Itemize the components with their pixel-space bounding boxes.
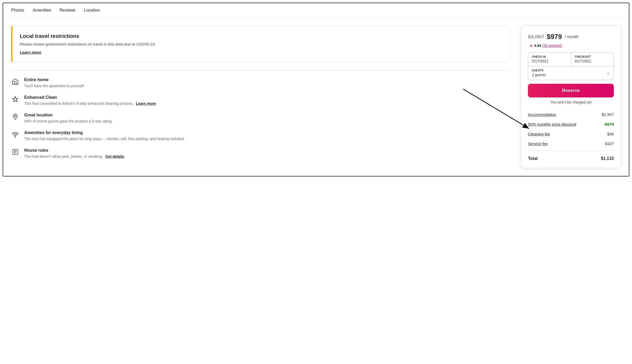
get-details-link[interactable]: Get details [105, 154, 124, 159]
feature-list: Entire home You'll have the apartment to… [11, 77, 510, 159]
feature-house-rules: House rules The host doesn't allow pets,… [11, 148, 510, 159]
feature-entire-home: Entire home You'll have the apartment to… [11, 77, 510, 89]
service-fee-label[interactable]: Service fee [528, 141, 548, 146]
cleaning-fee-amount: $30 [607, 132, 614, 136]
cleaning-line: Cleaning fee $30 [528, 129, 614, 139]
guests-label: GUESTS [532, 69, 546, 72]
nav-photos[interactable]: Photos [11, 8, 24, 13]
price-breakdown: Accommodation $1,957 50% monthly price d… [528, 110, 614, 161]
checkin-cell[interactable]: CHECK-IN 5/17/2021 [528, 53, 571, 66]
reviews-link[interactable]: (28 reviews) [542, 43, 562, 48]
svg-point-0 [14, 115, 16, 117]
right-column: $1,957 $979 / month ★ 4.64 (28 reviews) … [521, 26, 621, 168]
total-label: Total [528, 156, 538, 161]
restriction-title: Local travel restrictions [20, 33, 503, 39]
feature-amenities-title: Amenities for everyday living [24, 130, 185, 135]
date-row: CHECK-IN 5/17/2021 CHECKOUT 6/17/2021 [528, 53, 614, 66]
no-charge-text: You won't be charged yet [528, 100, 614, 104]
total-line: Total $1,115 [528, 153, 614, 161]
discount-amount: -$979 [604, 122, 614, 126]
price-row: $1,957 $979 / month ★ 4.64 (28 reviews) [528, 33, 614, 48]
sparkle-icon [11, 96, 19, 105]
feature-great-location-title: Great location [24, 113, 112, 117]
feature-great-location-text: Great location 93% of recent guests gave… [24, 113, 112, 124]
cleaning-fee-label[interactable]: Cleaning fee [528, 132, 550, 136]
main-content: Local travel restrictions Please review … [3, 18, 629, 176]
enhanced-clean-learn-more[interactable]: Learn more [136, 101, 156, 106]
price-per-month: / month [565, 35, 579, 39]
accommodation-amount: $1,957 [602, 112, 614, 117]
original-price: $1,957 [528, 34, 544, 40]
reserve-button[interactable]: Reserve [528, 84, 614, 97]
nav-reviews[interactable]: Reviews [60, 8, 75, 13]
total-divider [528, 151, 614, 151]
restriction-banner: Local travel restrictions Please review … [11, 26, 510, 62]
service-fee-amount: $107 [605, 141, 614, 146]
guests-row[interactable]: GUESTS 2 guests ⌄ [528, 66, 614, 80]
nav-location[interactable]: Location [84, 8, 100, 13]
feature-great-location: Great location 93% of recent guests gave… [11, 113, 510, 124]
feature-enhanced-clean-title: Enhanced Clean [24, 95, 156, 100]
accommodation-line: Accommodation $1,957 [528, 110, 614, 119]
accommodation-label[interactable]: Accommodation [528, 112, 556, 117]
home-icon [11, 78, 19, 87]
feature-amenities: Amenities for everyday living The host h… [11, 130, 510, 142]
wifi-icon [11, 131, 19, 140]
guest-info: GUESTS 2 guests [532, 69, 546, 77]
discounted-price: $979 [547, 33, 562, 41]
feature-house-rules-title: House rules [24, 148, 124, 153]
location-pin-icon [11, 113, 19, 122]
feature-house-rules-text: House rules The host doesn't allow pets,… [24, 148, 124, 159]
svg-point-1 [15, 137, 16, 137]
checkin-label: CHECK-IN [532, 55, 567, 58]
date-guest-picker: CHECK-IN 5/17/2021 CHECKOUT 6/17/2021 GU… [528, 52, 614, 80]
top-navigation: Photos Amenities Reviews Location [3, 3, 629, 18]
booking-card: $1,957 $979 / month ★ 4.64 (28 reviews) … [521, 26, 621, 168]
rules-icon [11, 149, 19, 157]
nav-amenities[interactable]: Amenities [33, 8, 51, 13]
feature-entire-home-text: Entire home You'll have the apartment to… [24, 77, 85, 89]
checkout-label: CHECKOUT [575, 55, 610, 58]
checkout-value: 6/17/2021 [575, 59, 591, 63]
feature-great-location-desc: 93% of recent guests gave the location a… [24, 119, 112, 124]
section-divider [11, 70, 510, 71]
left-column: Local travel restrictions Please review … [11, 26, 510, 168]
feature-enhanced-clean-desc: This host committed to Airbnb's 5-step e… [24, 101, 156, 106]
feature-enhanced-clean: Enhanced Clean This host committed to Ai… [11, 95, 510, 106]
feature-house-rules-desc: The host doesn't allow pets, parties, or… [24, 154, 124, 159]
star-icon: ★ [530, 43, 533, 48]
discount-line: 50% monthly price discount -$979 [528, 119, 614, 129]
rating-badge: ★ 4.64 (28 reviews) [530, 43, 562, 48]
restriction-description: Please review government restrictions on… [20, 42, 503, 46]
total-amount: $1,115 [601, 156, 614, 161]
checkin-value: 5/17/2021 [532, 59, 548, 63]
feature-enhanced-clean-text: Enhanced Clean This host committed to Ai… [24, 95, 156, 106]
feature-amenities-text: Amenities for everyday living The host h… [24, 130, 185, 142]
guests-value: 2 guests [532, 73, 546, 77]
page-container: Photos Amenities Reviews Location Local … [3, 3, 629, 176]
learn-more-link[interactable]: Learn more [20, 50, 41, 55]
discount-label[interactable]: 50% monthly price discount [528, 122, 576, 126]
service-line: Service fee $107 [528, 139, 614, 149]
feature-amenities-desc: The host has equipped this place for lon… [24, 136, 185, 142]
feature-entire-home-title: Entire home [24, 77, 85, 82]
rating-value: 4.64 [534, 43, 541, 48]
checkout-cell[interactable]: CHECKOUT 6/17/2021 [571, 53, 614, 66]
chevron-down-icon: ⌄ [606, 71, 610, 76]
feature-entire-home-desc: You'll have the apartment to yourself. [24, 83, 85, 89]
